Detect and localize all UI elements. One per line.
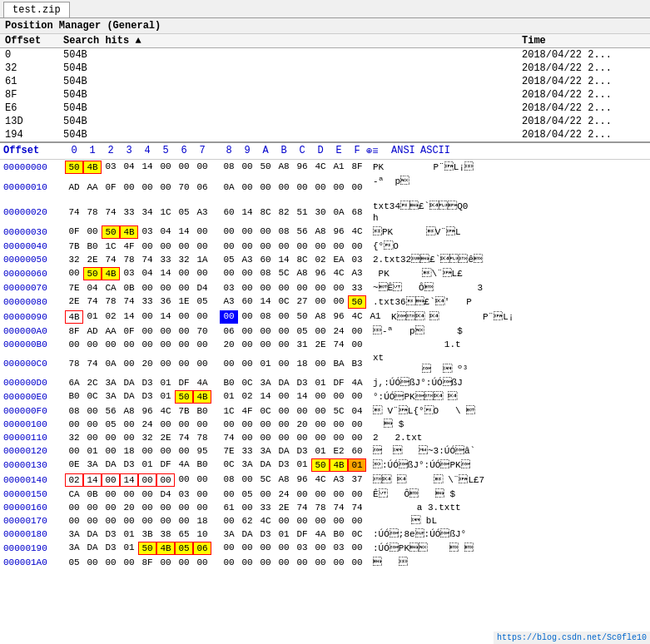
hex-byte-15[interactable]: 8F: [348, 161, 366, 174]
hex-byte-2[interactable]: 3A: [102, 377, 120, 389]
hex-byte-0[interactable]: 0F: [65, 225, 83, 239]
hex-byte-7[interactable]: 00: [193, 488, 211, 500]
hex-byte-15[interactable]: 4A: [348, 377, 366, 389]
hex-byte-4[interactable]: 3B: [138, 528, 156, 540]
hex-byte-7[interactable]: 00: [193, 473, 211, 487]
hex-byte-13[interactable]: 30: [311, 206, 330, 218]
hex-byte-9[interactable]: 00: [238, 181, 256, 193]
hex-byte-8[interactable]: 08: [220, 473, 238, 487]
tab-test-zip[interactable]: test.zip: [3, 2, 70, 17]
hex-byte-10[interactable]: 3A: [256, 377, 275, 389]
hex-byte-10[interactable]: DA: [256, 458, 275, 472]
hex-byte-3[interactable]: 03: [120, 267, 138, 280]
hex-byte-4[interactable]: 32: [138, 432, 156, 443]
hex-byte-15[interactable]: 03: [348, 254, 366, 265]
hex-byte-0[interactable]: AD: [65, 181, 83, 193]
hex-byte-1[interactable]: 4B: [83, 161, 102, 174]
hex-byte-3[interactable]: 01: [120, 542, 138, 555]
hex-byte-13[interactable]: 00: [311, 419, 330, 430]
hex-byte-7[interactable]: 00: [193, 240, 211, 252]
hex-byte-8[interactable]: 0C: [220, 458, 238, 472]
hex-byte-15[interactable]: 00: [348, 432, 366, 443]
hex-byte-6[interactable]: 00: [175, 161, 193, 174]
hex-byte-2[interactable]: 50: [102, 225, 120, 239]
hex-byte-3[interactable]: DA: [120, 377, 138, 389]
hex-byte-13[interactable]: 4C: [311, 161, 330, 174]
hex-byte-4[interactable]: 00: [138, 181, 156, 193]
hex-byte-7[interactable]: 18: [193, 515, 211, 527]
hex-byte-7[interactable]: 10: [193, 528, 211, 540]
hex-byte-15[interactable]: 00: [348, 419, 366, 430]
hex-byte-12[interactable]: 03: [293, 542, 311, 555]
hex-byte-5[interactable]: 00: [156, 557, 175, 568]
hex-byte-11[interactable]: 14: [275, 254, 293, 265]
hex-byte-5[interactable]: 4B: [156, 542, 175, 555]
table-row[interactable]: 8F 504B 2018/04/22 2...: [0, 88, 650, 102]
hex-byte-3[interactable]: 00: [120, 419, 138, 430]
hex-byte-1[interactable]: 01: [83, 310, 102, 324]
hex-byte-13[interactable]: 00: [311, 325, 330, 337]
hex-byte-14[interactable]: 00: [330, 181, 348, 193]
hex-byte-14[interactable]: 4C: [330, 267, 348, 280]
hex-byte-13[interactable]: 00: [311, 295, 330, 309]
hex-byte-12[interactable]: 00: [293, 181, 311, 193]
hex-byte-7[interactable]: 00: [193, 225, 211, 239]
hex-byte-11[interactable]: 5C: [275, 267, 293, 280]
hex-byte-6[interactable]: 00: [175, 358, 193, 369]
hex-byte-2[interactable]: 0A: [102, 358, 120, 369]
hex-byte-0[interactable]: 4B: [65, 310, 83, 324]
hex-byte-11[interactable]: 24: [275, 488, 293, 500]
hex-byte-1[interactable]: 00: [83, 515, 102, 527]
hex-byte-9[interactable]: A3: [238, 254, 256, 265]
hex-byte-6[interactable]: 00: [175, 445, 193, 457]
hex-byte-3[interactable]: 00: [120, 432, 138, 443]
hex-byte-8[interactable]: 00: [220, 542, 238, 555]
hex-byte-8[interactable]: 00: [220, 310, 238, 324]
hex-byte-9[interactable]: 0C: [238, 377, 256, 389]
hex-byte-0[interactable]: 00: [65, 419, 83, 430]
hex-byte-12[interactable]: 27: [293, 295, 311, 309]
hex-byte-13[interactable]: 4C: [311, 473, 330, 487]
hex-byte-1[interactable]: 78: [83, 206, 102, 218]
hex-byte-9[interactable]: 00: [238, 502, 256, 513]
hex-byte-6[interactable]: 03: [175, 488, 193, 500]
hex-byte-5[interactable]: 00: [156, 339, 175, 350]
hex-byte-3[interactable]: 00: [120, 358, 138, 369]
hex-byte-11[interactable]: 00: [275, 405, 293, 417]
hex-byte-7[interactable]: 1A: [193, 254, 211, 265]
hex-byte-4[interactable]: 8F: [138, 557, 156, 568]
hex-byte-4[interactable]: 01: [138, 458, 156, 472]
hex-byte-5[interactable]: 14: [156, 310, 175, 324]
hex-byte-4[interactable]: 00: [138, 502, 156, 513]
hex-byte-0[interactable]: 78: [65, 358, 83, 369]
hex-byte-15[interactable]: 00: [348, 542, 366, 555]
hex-byte-1[interactable]: 0C: [83, 390, 102, 404]
hex-byte-5[interactable]: 1C: [156, 206, 175, 218]
hex-byte-5[interactable]: 33: [156, 254, 175, 265]
hex-byte-1[interactable]: 04: [83, 282, 102, 294]
hex-byte-9[interactable]: 05: [238, 488, 256, 500]
hex-byte-2[interactable]: 78: [102, 295, 120, 309]
hex-byte-2[interactable]: AA: [102, 325, 120, 337]
hex-byte-1[interactable]: B0: [83, 240, 102, 252]
hex-byte-2[interactable]: 3A: [102, 390, 120, 404]
hex-byte-11[interactable]: A8: [275, 473, 293, 487]
hex-byte-12[interactable]: 14: [293, 390, 311, 404]
hex-byte-10[interactable]: 00: [256, 282, 275, 294]
hex-byte-8[interactable]: 74: [220, 432, 238, 443]
hex-byte-15[interactable]: 74: [348, 502, 366, 513]
hex-byte-7[interactable]: 00: [193, 358, 211, 369]
hex-byte-0[interactable]: 00: [65, 267, 83, 280]
hex-byte-0[interactable]: 00: [65, 445, 83, 457]
hex-byte-8[interactable]: 0A: [220, 181, 238, 193]
hex-byte-5[interactable]: 4C: [156, 405, 175, 417]
hex-byte-14[interactable]: 00: [330, 419, 348, 430]
hex-byte-5[interactable]: DF: [156, 458, 175, 472]
hex-byte-4[interactable]: 74: [138, 254, 156, 265]
hex-byte-13[interactable]: 00: [311, 432, 330, 443]
hex-byte-8[interactable]: 00: [220, 240, 238, 252]
hex-byte-12[interactable]: 00: [293, 240, 311, 252]
hex-byte-14[interactable]: 00: [330, 488, 348, 500]
hex-byte-7[interactable]: 00: [193, 310, 211, 324]
table-row[interactable]: 0 504B 2018/04/22 2...: [0, 48, 650, 62]
